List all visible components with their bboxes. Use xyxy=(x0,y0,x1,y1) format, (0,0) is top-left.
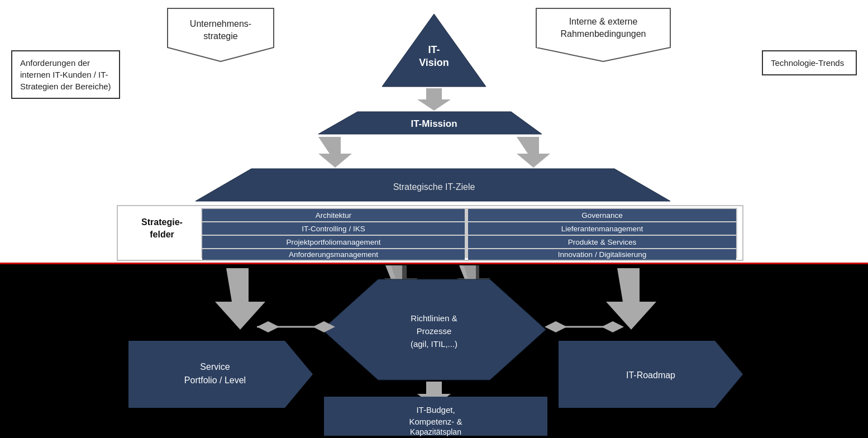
svg-text:Kompetenz- &: Kompetenz- & xyxy=(409,417,462,426)
svg-text:IT-Budget,: IT-Budget, xyxy=(416,405,455,415)
svg-text:Vision: Vision xyxy=(419,57,449,68)
svg-text:Rahmenbedingungen: Rahmenbedingungen xyxy=(560,29,646,39)
svg-marker-48 xyxy=(257,321,279,332)
svg-text:IT-Roadmap: IT-Roadmap xyxy=(626,370,675,380)
svg-marker-51 xyxy=(602,321,624,332)
svg-text:Architektur: Architektur xyxy=(316,211,352,220)
svg-text:Anforderungsmanagement: Anforderungsmanagement xyxy=(289,250,378,259)
svg-text:Service: Service xyxy=(200,362,230,372)
svg-marker-45 xyxy=(606,268,656,330)
svg-marker-13 xyxy=(517,137,550,168)
svg-marker-44 xyxy=(215,268,265,330)
svg-text:Governance: Governance xyxy=(581,211,623,220)
svg-text:IT-Controlling / IKS: IT-Controlling / IKS xyxy=(302,225,365,233)
red-divider xyxy=(0,263,868,264)
svg-text:IT-: IT- xyxy=(428,44,440,55)
svg-text:Prozesse: Prozesse xyxy=(417,326,452,336)
svg-marker-53 xyxy=(128,341,313,408)
svg-text:Projektportfoliomanagement: Projektportfoliomanagement xyxy=(287,238,381,246)
svg-text:IT-Mission: IT-Mission xyxy=(411,118,457,129)
svg-text:Portfolio / Level: Portfolio / Level xyxy=(184,375,246,385)
svg-text:Strategische IT-Ziele: Strategische IT-Ziele xyxy=(393,182,475,192)
svg-text:felder: felder xyxy=(150,230,174,239)
top-svg: Unternehmens- strategie Interne & extern… xyxy=(0,0,868,263)
bottom-svg: Richtlinien & Prozesse (agil, ITIL,...) … xyxy=(0,263,868,438)
svg-text:Lieferantenmanagement: Lieferantenmanagement xyxy=(561,225,643,233)
svg-text:Kapazitätsplan: Kapazitätsplan xyxy=(410,427,461,436)
svg-text:Interne & externe: Interne & externe xyxy=(569,17,638,26)
top-section: Anforderungen der internen IT-Kunden / I… xyxy=(0,0,868,263)
svg-text:Richtlinien &: Richtlinien & xyxy=(411,313,457,323)
svg-text:Produkte & Services: Produkte & Services xyxy=(568,238,637,246)
svg-text:Strategie-: Strategie- xyxy=(141,217,183,227)
svg-text:strategie: strategie xyxy=(203,31,237,41)
svg-text:(agil, ITIL,...): (agil, ITIL,...) xyxy=(411,339,457,349)
diagram-container: Anforderungen der internen IT-Kunden / I… xyxy=(0,0,868,438)
bottom-section: Richtlinien & Prozesse (agil, ITIL,...) … xyxy=(0,263,868,438)
svg-text:Unternehmens-: Unternehmens- xyxy=(190,19,251,28)
svg-marker-12 xyxy=(318,137,352,168)
svg-marker-9 xyxy=(417,88,451,111)
svg-text:Innovation / Digitalisierung: Innovation / Digitalisierung xyxy=(558,250,646,259)
